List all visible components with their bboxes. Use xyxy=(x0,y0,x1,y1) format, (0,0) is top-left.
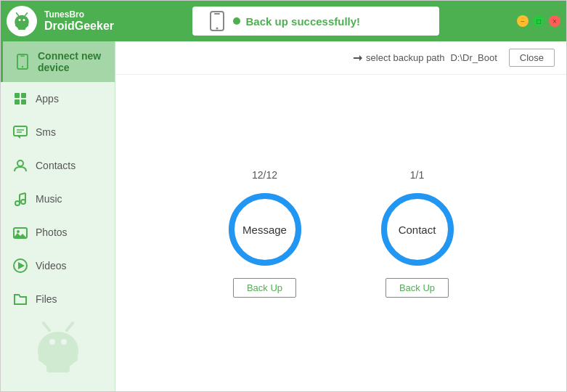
close-button[interactable]: Close xyxy=(509,49,555,67)
app-name: TunesBro DroidGeeker xyxy=(44,9,114,33)
window-controls: − □ × xyxy=(517,15,560,27)
sidebar-item-files[interactable]: Files xyxy=(1,282,115,316)
svg-point-22 xyxy=(17,160,23,166)
sidebar-label-apps: Apps xyxy=(36,93,59,105)
svg-point-13 xyxy=(22,66,23,68)
contacts-icon xyxy=(12,158,28,173)
sidebar-label-files: Files xyxy=(36,293,57,305)
svg-rect-9 xyxy=(214,13,220,15)
svg-point-10 xyxy=(216,28,218,30)
svg-rect-1 xyxy=(15,21,18,27)
files-icon xyxy=(12,291,28,307)
message-label: Message xyxy=(242,223,287,235)
svg-point-29 xyxy=(17,230,20,233)
backup-items-grid: 12/12 Message Back Up 1/1 xyxy=(115,75,566,391)
select-backup-path-button[interactable]: select backup path xyxy=(353,52,444,63)
backup-path-value: D:\Dr_Boot xyxy=(450,52,497,63)
window-close-button[interactable]: × xyxy=(549,15,560,27)
svg-point-4 xyxy=(19,19,21,21)
phone-svg-icon xyxy=(209,11,225,31)
success-dot xyxy=(233,17,240,25)
svg-point-37 xyxy=(49,339,55,345)
music-icon xyxy=(12,191,28,207)
svg-rect-17 xyxy=(21,99,26,105)
svg-marker-30 xyxy=(14,233,27,238)
app-window: TunesBro DroidGeeker Back up successfull… xyxy=(0,0,567,392)
connect-icon xyxy=(15,54,30,70)
svg-line-7 xyxy=(25,13,28,16)
svg-rect-35 xyxy=(70,348,78,362)
sidebar: Connect new device Apps xyxy=(1,41,115,391)
sidebar-item-contacts[interactable]: Contacts xyxy=(1,149,115,182)
maximize-button[interactable]: □ xyxy=(533,15,544,27)
svg-marker-32 xyxy=(18,262,25,269)
svg-rect-2 xyxy=(25,21,28,27)
contact-circle: Contact xyxy=(378,189,457,269)
sidebar-item-sms[interactable]: Sms xyxy=(1,115,115,149)
backup-item-message: 12/12 Message Back Up xyxy=(225,169,305,298)
content-toolbar: select backup path D:\Dr_Boot Close xyxy=(115,41,566,75)
svg-line-39 xyxy=(44,323,49,330)
svg-rect-15 xyxy=(21,93,26,98)
message-backup-button[interactable]: Back Up xyxy=(233,278,296,298)
contact-backup-button[interactable]: Back Up xyxy=(386,278,449,298)
photos-icon xyxy=(12,224,28,240)
svg-marker-42 xyxy=(359,55,362,61)
svg-line-27 xyxy=(20,193,25,195)
android-logo-icon xyxy=(11,10,33,32)
svg-line-40 xyxy=(67,323,73,330)
app-name-bottom: DroidGeeker xyxy=(44,20,114,33)
success-banner: Back up successfully! xyxy=(192,7,439,36)
sidebar-label-connect: Connect new device xyxy=(38,50,103,73)
svg-rect-34 xyxy=(38,348,46,362)
sidebar-label-videos: Videos xyxy=(36,260,67,271)
sidebar-label-music: Music xyxy=(36,193,62,205)
contact-count: 1/1 xyxy=(410,169,424,181)
sidebar-item-music[interactable]: Music xyxy=(1,182,115,216)
content-area: select backup path D:\Dr_Boot Close 12/1… xyxy=(115,41,566,391)
apps-icon xyxy=(12,91,28,107)
sidebar-item-connect[interactable]: Connect new device xyxy=(1,41,115,82)
svg-point-5 xyxy=(23,19,25,21)
sidebar-item-apps[interactable]: Apps xyxy=(1,82,115,115)
sidebar-label-sms: Sms xyxy=(36,126,56,138)
sms-icon xyxy=(12,124,28,140)
svg-line-6 xyxy=(17,13,19,16)
videos-icon xyxy=(12,258,28,274)
app-name-top: TunesBro xyxy=(44,9,114,20)
arrow-right-icon xyxy=(353,53,363,63)
svg-rect-12 xyxy=(20,56,25,57)
minimize-button[interactable]: − xyxy=(517,15,529,27)
app-logo xyxy=(7,6,37,36)
svg-rect-14 xyxy=(15,93,20,98)
message-circle: Message xyxy=(225,189,305,269)
phone-icon xyxy=(207,11,227,31)
success-message: Back up successfully! xyxy=(246,15,361,28)
svg-rect-16 xyxy=(15,99,20,105)
svg-rect-3 xyxy=(18,25,26,30)
sidebar-item-videos[interactable]: Videos xyxy=(1,249,115,282)
message-count: 12/12 xyxy=(252,169,277,181)
sidebar-item-photos[interactable]: Photos xyxy=(1,216,115,249)
main-layout: Connect new device Apps xyxy=(1,41,566,391)
backup-item-contact: 1/1 Contact Back Up xyxy=(378,169,457,298)
backup-path-section: select backup path D:\Dr_Boot xyxy=(353,52,497,63)
title-bar: TunesBro DroidGeeker Back up successfull… xyxy=(1,1,566,41)
svg-rect-36 xyxy=(46,356,70,372)
contact-label: Contact xyxy=(399,223,436,235)
title-bar-left: TunesBro DroidGeeker xyxy=(7,6,114,36)
sidebar-label-photos: Photos xyxy=(36,226,68,238)
sidebar-label-contacts: Contacts xyxy=(36,160,76,171)
select-backup-path-label: select backup path xyxy=(366,52,444,63)
svg-rect-18 xyxy=(14,126,27,136)
svg-point-38 xyxy=(61,339,67,345)
android-watermark xyxy=(29,316,87,377)
